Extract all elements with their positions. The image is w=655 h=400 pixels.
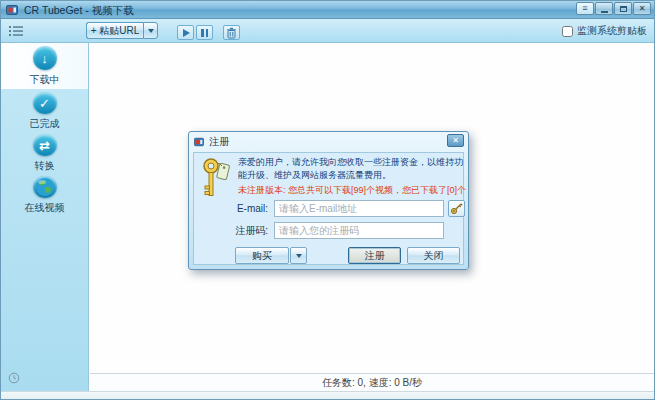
- email-field[interactable]: [274, 200, 444, 217]
- key-icon: [450, 202, 463, 215]
- register-label: 注册: [365, 250, 385, 261]
- menu-button[interactable]: ≡: [576, 2, 594, 15]
- close-icon: ✕: [639, 5, 646, 13]
- dialog-close-action-button[interactable]: 关闭: [407, 247, 460, 264]
- sidebar-item-completed[interactable]: ✓ 已完成: [1, 89, 88, 131]
- pause-download-button[interactable]: [196, 25, 213, 40]
- globe-icon: [33, 176, 57, 198]
- paste-url-label: + 粘贴URL: [91, 25, 140, 36]
- regcode-field[interactable]: [274, 222, 444, 239]
- window-controls: ≡ ✕: [576, 2, 651, 15]
- trash-icon: [226, 27, 237, 39]
- start-download-button[interactable]: [177, 25, 194, 40]
- sidebar-item-convert[interactable]: ⇄ 转换: [1, 131, 88, 173]
- buy-dropdown-button[interactable]: [290, 247, 307, 264]
- dialog-title: 注册: [209, 135, 229, 149]
- regcode-label: 注册码:: [194, 222, 268, 239]
- dialog-message: 亲爱的用户，请允许我向您收取一些注册资金，以维持功能升级、维护及网站服务器流量费…: [238, 156, 464, 182]
- app-window: CR TubeGet - 视频下载 ≡ ✕ + 粘贴URL 监测系统剪贴板 ↓ …: [0, 0, 655, 400]
- toolbar: + 粘贴URL 监测系统剪贴板: [1, 19, 654, 43]
- buy-button[interactable]: 购买: [235, 247, 289, 264]
- sidebar: ↓ 下载中 ✓ 已完成 ⇄ 转换 在线视频: [1, 43, 89, 391]
- window-title: CR TubeGet - 视频下载: [24, 1, 134, 19]
- pause-icon: [201, 29, 208, 37]
- clock-icon[interactable]: [8, 372, 20, 384]
- download-glyph: ↓: [41, 52, 48, 65]
- minimize-icon: [601, 11, 608, 13]
- clipboard-monitor-control: 监测系统剪贴板: [562, 24, 647, 38]
- sidebar-item-label: 转换: [35, 159, 55, 173]
- titlebar: CR TubeGet - 视频下载 ≡ ✕: [1, 1, 654, 19]
- dialog-warning: 未注册版本: 您总共可以下载[99]个视频，您已下载了[0]个: [238, 184, 466, 197]
- sidebar-item-downloading[interactable]: ↓ 下载中: [1, 43, 88, 89]
- minimize-button[interactable]: [595, 2, 613, 15]
- register-dialog: 注册 ✕ 亲爱的用户，请允许我向您收取一些注册资金，以维持功能升级、维护及网站服…: [188, 131, 469, 270]
- clipboard-checkbox[interactable]: [562, 26, 573, 37]
- key-tag-icon: [202, 157, 232, 205]
- check-icon: ✓: [33, 92, 57, 114]
- convert-icon: ⇄: [33, 134, 57, 156]
- delete-download-button[interactable]: [223, 25, 240, 40]
- sidebar-item-label: 已完成: [30, 117, 60, 131]
- close-icon: ✕: [452, 136, 459, 145]
- check-glyph: ✓: [39, 97, 50, 110]
- paste-url-dropdown-button[interactable]: [143, 22, 158, 39]
- sidebar-item-label: 在线视频: [25, 201, 65, 215]
- sidebar-item-label: 下载中: [30, 73, 60, 87]
- window-bottom-frame: [1, 391, 654, 400]
- sidebar-item-online-video[interactable]: 在线视频: [1, 173, 88, 215]
- menu-icon: ≡: [582, 4, 587, 13]
- register-button[interactable]: 注册: [348, 247, 401, 264]
- dialog-app-icon: [194, 137, 204, 147]
- download-icon: ↓: [33, 46, 57, 70]
- statusbar: 任务数: 0, 速度: 0 B/秒: [90, 373, 654, 391]
- chevron-down-icon: [148, 29, 154, 33]
- close-label: 关闭: [424, 250, 444, 261]
- dialog-close-button[interactable]: ✕: [447, 134, 464, 147]
- play-icon: [183, 29, 190, 37]
- clipboard-checkbox-label: 监测系统剪贴板: [577, 24, 647, 38]
- buy-label: 购买: [252, 250, 272, 261]
- maximize-button[interactable]: [614, 2, 632, 15]
- window-close-button[interactable]: ✕: [633, 2, 651, 15]
- maximize-icon: [620, 6, 627, 12]
- paste-url-button[interactable]: + 粘贴URL: [86, 22, 143, 39]
- license-key-button[interactable]: [448, 200, 465, 217]
- list-view-button[interactable]: [9, 25, 24, 37]
- dialog-titlebar: 注册 ✕: [189, 132, 468, 151]
- dialog-body: 亲爱的用户，请允许我向您收取一些注册资金，以维持功能升级、维护及网站服务器流量费…: [193, 152, 464, 265]
- status-text: 任务数: 0, 速度: 0 B/秒: [322, 376, 422, 390]
- email-label: E-mail:: [194, 200, 268, 217]
- chevron-down-icon: [296, 254, 302, 258]
- app-icon: [6, 4, 18, 16]
- convert-glyph: ⇄: [39, 139, 50, 152]
- list-view-icon: [9, 25, 24, 37]
